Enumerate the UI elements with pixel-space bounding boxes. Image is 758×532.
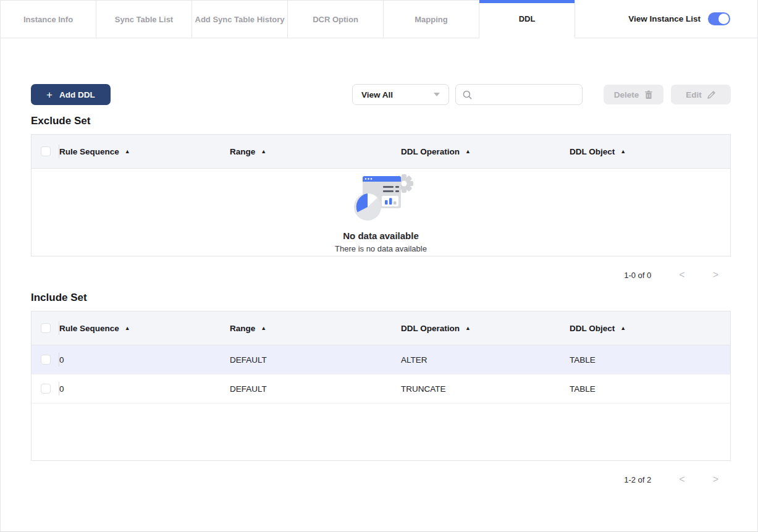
tab-ddl[interactable]: DDL <box>479 0 575 38</box>
tab-label: Mapping <box>415 15 447 24</box>
cell-ddl-operation: TRUNCATE <box>401 384 570 394</box>
column-header-ddl-object[interactable]: DDL Object▲ <box>570 324 730 333</box>
tab-label: DDL <box>519 14 536 23</box>
search-box <box>455 84 583 105</box>
add-ddl-label: Add DDL <box>59 90 95 99</box>
include-set-title: Include Set <box>31 292 731 304</box>
table-row[interactable]: 0 DEFAULT ALTER TABLE <box>32 345 730 374</box>
tab-label: DCR Option <box>313 15 358 24</box>
prev-page-button[interactable]: < <box>679 270 684 280</box>
cell-rule-sequence: 0 <box>59 355 230 365</box>
view-filter-value: View All <box>361 90 393 99</box>
sort-asc-icon[interactable]: ▲ <box>125 149 130 154</box>
ddl-page: Instance Info Sync Table List Add Sync T… <box>0 0 758 532</box>
column-header-range[interactable]: Range▲ <box>230 324 401 333</box>
edit-label: Edit <box>686 90 702 99</box>
column-header-ddl-object[interactable]: DDL Object▲ <box>570 147 730 156</box>
table-row[interactable]: 0 DEFAULT TRUNCATE TABLE <box>32 374 730 403</box>
sort-asc-icon[interactable]: ▲ <box>465 149 471 154</box>
cell-range: DEFAULT <box>230 384 401 394</box>
row-checkbox-cell <box>32 345 59 374</box>
column-header-rule-sequence[interactable]: Rule Sequence▲ <box>59 324 230 333</box>
exclude-set-title: Exclude Set <box>31 115 731 127</box>
delete-button[interactable]: Delete <box>604 85 663 104</box>
tab-label: Instance Info <box>23 15 73 24</box>
search-input[interactable] <box>476 90 575 99</box>
sort-asc-icon[interactable]: ▲ <box>261 326 266 331</box>
sort-asc-icon[interactable]: ▲ <box>620 326 626 331</box>
tab-bar: Instance Info Sync Table List Add Sync T… <box>1 0 757 38</box>
empty-state-subtitle: There is no data available <box>335 244 427 253</box>
tab-sync-table-list[interactable]: Sync Table List <box>96 0 192 38</box>
row-checkbox[interactable] <box>41 384 51 394</box>
tab-add-sync-table-history[interactable]: Add Sync Table History <box>192 0 288 38</box>
tab-label: Sync Table List <box>115 15 173 24</box>
tab-mapping[interactable]: Mapping <box>384 0 479 38</box>
exclude-pagination: 1-0 of 0 < > <box>31 270 731 280</box>
toolbar: + Add DDL View All Delete <box>31 84 731 105</box>
header-checkbox-cell <box>32 135 59 168</box>
tab-bar-right: View Instance List <box>628 0 757 38</box>
header-checkbox-cell <box>32 311 59 345</box>
select-all-checkbox[interactable] <box>41 146 51 156</box>
next-page-button[interactable]: > <box>713 270 718 280</box>
next-page-button[interactable]: > <box>713 475 718 484</box>
trash-icon <box>644 90 653 99</box>
column-header-ddl-operation[interactable]: DDL Operation▲ <box>401 324 570 333</box>
page-range-label: 1-2 of 2 <box>624 475 651 484</box>
select-all-checkbox[interactable] <box>41 323 51 333</box>
include-set-table: Rule Sequence▲ Range▲ DDL Operation▲ DDL… <box>31 311 731 461</box>
ddl-content: + Add DDL View All Delete <box>1 84 757 484</box>
include-table-header: Rule Sequence▲ Range▲ DDL Operation▲ DDL… <box>32 311 730 345</box>
add-ddl-button[interactable]: + Add DDL <box>31 84 111 105</box>
exclude-table-header: Rule Sequence▲ Range▲ DDL Operation▲ DDL… <box>32 135 730 169</box>
page-range-label: 1-0 of 0 <box>624 271 651 280</box>
tab-dcr-option[interactable]: DCR Option <box>288 0 384 38</box>
pencil-icon <box>707 90 716 99</box>
sort-asc-icon[interactable]: ▲ <box>465 326 471 331</box>
include-pagination: 1-2 of 2 < > <box>31 475 731 484</box>
cell-ddl-object: TABLE <box>570 384 730 394</box>
sort-asc-icon[interactable]: ▲ <box>261 149 266 154</box>
cell-rule-sequence: 0 <box>59 384 230 394</box>
exclude-set-table: Rule Sequence▲ Range▲ DDL Operation▲ DDL… <box>31 134 731 256</box>
column-header-ddl-operation[interactable]: DDL Operation▲ <box>401 147 570 156</box>
tab-instance-info[interactable]: Instance Info <box>1 0 96 38</box>
empty-state-title: No data available <box>343 230 419 241</box>
row-checkbox[interactable] <box>41 355 51 365</box>
view-filter-dropdown[interactable]: View All <box>352 84 449 105</box>
cell-range: DEFAULT <box>230 355 401 365</box>
edit-button[interactable]: Edit <box>671 85 731 104</box>
view-instance-list-label: View Instance List <box>628 14 701 23</box>
column-header-rule-sequence[interactable]: Rule Sequence▲ <box>59 147 230 156</box>
view-instance-list-toggle[interactable] <box>708 12 730 25</box>
row-checkbox-cell <box>32 374 59 403</box>
cell-ddl-object: TABLE <box>570 355 730 365</box>
column-header-range[interactable]: Range▲ <box>230 147 401 156</box>
table-empty-space <box>32 403 730 460</box>
tab-label: Add Sync Table History <box>195 15 285 24</box>
exclude-empty-state: No data available There is no data avail… <box>32 169 730 256</box>
cell-ddl-operation: ALTER <box>401 355 570 365</box>
no-data-illustration <box>345 171 417 226</box>
plus-icon: + <box>46 90 53 100</box>
sort-asc-icon[interactable]: ▲ <box>125 326 130 331</box>
prev-page-button[interactable]: < <box>679 475 684 484</box>
search-icon <box>463 90 472 99</box>
delete-label: Delete <box>614 90 639 99</box>
sort-asc-icon[interactable]: ▲ <box>620 149 626 154</box>
toggle-knob <box>718 14 729 24</box>
chevron-down-icon <box>434 93 440 96</box>
